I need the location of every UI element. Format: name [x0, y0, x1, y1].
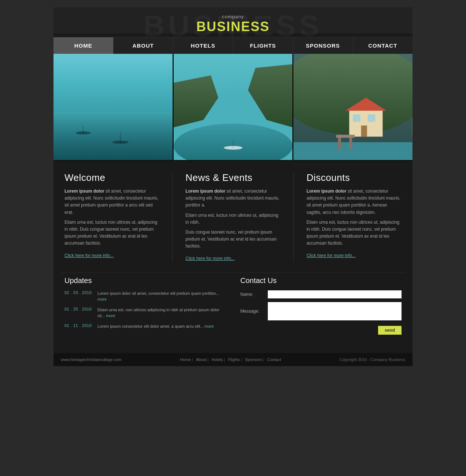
col-divider-1	[172, 172, 173, 261]
site-header: BUSINESS company BUSINESS	[53, 7, 413, 33]
news-section: News & Events Lorem ipsum dolor sit amet…	[182, 172, 284, 261]
discounts-section: Discounts Lorem ipsum dolor sit amet, co…	[303, 172, 405, 261]
welcome-title: Welcome	[64, 172, 159, 183]
footer-link-contact[interactable]: Contact	[267, 357, 281, 362]
svg-rect-17	[353, 114, 360, 122]
svg-point-4	[112, 141, 129, 144]
nav-contact[interactable]: CONTACT	[353, 37, 413, 54]
news-body2: Etiam urna est, luctus non ultrices ut, …	[185, 212, 280, 226]
nav-sponsors[interactable]: SPONSORS	[293, 37, 353, 54]
discounts-more-link[interactable]: Click here for more info...	[307, 253, 356, 258]
hero-image-cove	[174, 54, 293, 160]
update-more-3[interactable]: more	[204, 324, 214, 328]
contact-title: Contact Us	[240, 276, 402, 285]
news-more-link[interactable]: Click here for more info...	[185, 256, 234, 261]
contact-section: Contact Us Name: Message: send	[237, 276, 405, 335]
update-item-2: 01 . 25 . 2010 Etiam urna est, non ultri…	[64, 307, 226, 319]
main-nav: HOME ABOUT HOTELS FLIGHTS SPONSORS CONTA…	[53, 37, 413, 54]
update-more-1[interactable]: more	[97, 297, 107, 301]
message-label: Message:	[240, 309, 264, 314]
col-divider-2	[293, 172, 294, 261]
hero-image-ocean	[53, 54, 173, 160]
footer-links: Home About Hotels Flights Sponsors Conta…	[180, 357, 281, 362]
ocean-svg	[53, 54, 173, 160]
update-date-3: 01 . 11 . 2010	[64, 323, 94, 328]
update-text-2: Etiam urna est, non ultrices adipiscing …	[97, 307, 226, 319]
svg-rect-19	[361, 126, 367, 137]
svg-rect-18	[368, 114, 375, 122]
name-row: Name:	[240, 290, 402, 298]
update-more-2[interactable]: more	[106, 313, 115, 318]
svg-rect-20	[293, 142, 413, 160]
updates-title: Updates	[64, 276, 226, 285]
welcome-section: Welcome Lorem ipsum dolor sit amet, cons…	[61, 172, 163, 261]
hero-section	[53, 54, 413, 160]
update-date-1: 02 . 03 . 2010	[64, 290, 94, 295]
news-title: News & Events	[185, 172, 280, 183]
footer-copyright: Copyright 2010 - Company Business	[340, 357, 405, 362]
update-item-1: 02 . 03 . 2010 Lorem ipsum dolor sit ame…	[64, 290, 226, 302]
update-date-2: 01 . 25 . 2010	[64, 307, 94, 311]
updates-section: Updates 02 . 03 . 2010 Lorem ipsum dolor…	[61, 276, 229, 335]
site-title: BUSINESS	[53, 20, 413, 33]
name-label: Name:	[240, 292, 264, 297]
update-item-3: 01 . 11 . 2010 Lorem ipsum consectetur e…	[64, 323, 226, 330]
house-svg	[293, 54, 413, 160]
bottom-section: Updates 02 . 03 . 2010 Lorem ipsum dolor…	[61, 272, 405, 335]
message-input[interactable]	[268, 302, 402, 320]
name-input[interactable]	[268, 290, 402, 298]
nav-flights[interactable]: FLIGHTS	[233, 37, 293, 54]
svg-rect-0	[53, 54, 173, 112]
discounts-body1: Lorem ipsum dolor sit amet, consectetur …	[307, 188, 402, 216]
news-body3: Duis congue laoreet nunc, vel pretium ip…	[185, 229, 280, 250]
footer-link-hotels[interactable]: Hotels	[211, 357, 225, 362]
svg-rect-23	[336, 135, 355, 138]
footer-link-about[interactable]: About	[196, 357, 209, 362]
welcome-bold: Lorem ipsum dolor	[64, 189, 104, 194]
update-text-1: Lorem ipsum dolor sit amet, consectetur …	[97, 290, 226, 302]
welcome-more-link[interactable]: Click here for more info...	[64, 253, 114, 258]
page-wrapper: BUSINESS company BUSINESS HOME ABOUT HOT…	[53, 7, 413, 366]
discounts-body2: Etiam urna est, luctus non ultrices ut, …	[307, 219, 402, 247]
header-content: company BUSINESS	[53, 14, 413, 33]
welcome-body2: Etiam urna est, luctus non ultrices ut, …	[64, 219, 159, 247]
discounts-title: Discounts	[307, 172, 402, 183]
footer-url: www.heritagechristiancollege.com	[61, 357, 122, 362]
hero-image-house	[293, 54, 413, 160]
company-label: company	[53, 14, 413, 19]
footer-link-flights[interactable]: Flights	[228, 357, 242, 362]
discounts-bold: Lorem ipsum dolor	[307, 189, 347, 194]
three-col-section: Welcome Lorem ipsum dolor sit amet, cons…	[61, 172, 405, 261]
nav-home[interactable]: HOME	[53, 37, 114, 54]
svg-rect-1	[53, 112, 173, 160]
update-text-3: Lorem ipsum consectetur elit dolor amet,…	[97, 323, 214, 330]
nav-about[interactable]: ABOUT	[114, 37, 174, 54]
nav-hotels[interactable]: HOTELS	[173, 37, 233, 54]
message-row: Message:	[240, 302, 402, 320]
footer-link-home[interactable]: Home	[180, 357, 193, 362]
site-footer: www.heritagechristiancollege.com Home Ab…	[53, 353, 413, 366]
news-body1: Lorem ipsum dolor sit amet, consectetur …	[185, 188, 280, 209]
main-content: Welcome Lorem ipsum dolor sit amet, cons…	[53, 161, 413, 346]
news-bold: Lorem ipsum dolor	[185, 189, 225, 194]
send-row: send	[240, 324, 402, 335]
send-button[interactable]: send	[378, 326, 402, 335]
cove-svg	[174, 54, 293, 160]
footer-link-sponsors[interactable]: Sponsors	[245, 357, 264, 362]
welcome-body1: Lorem ipsum dolor sit amet, consectetur …	[64, 188, 159, 216]
svg-point-3	[76, 131, 91, 134]
